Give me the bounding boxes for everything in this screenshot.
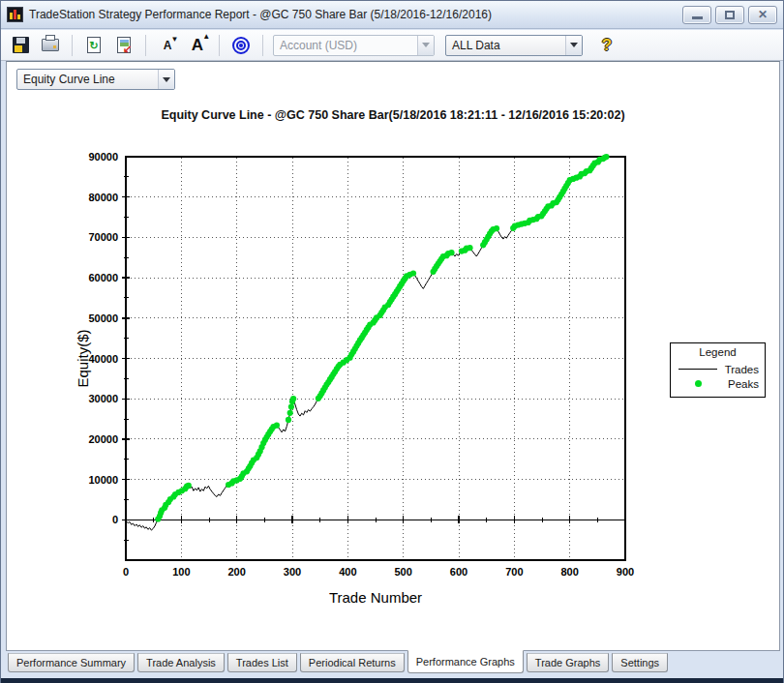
svg-text:600: 600: [450, 566, 467, 578]
format-report-icon: ↙: [117, 37, 131, 53]
svg-text:40000: 40000: [88, 353, 118, 365]
increase-font-icon: A▲: [192, 36, 203, 55]
help-button[interactable]: ?: [595, 34, 618, 57]
tab-performance-graphs[interactable]: Performance Graphs: [407, 650, 524, 673]
trades-line-swatch: [677, 369, 719, 370]
format-report-button[interactable]: ↙: [112, 34, 136, 57]
app-window: TradeStation Strategy Performance Report…: [0, 0, 784, 683]
close-button[interactable]: ✕: [748, 6, 777, 24]
data-range-combo-arrow[interactable]: [565, 36, 582, 55]
account-combo-value: Account (USD): [280, 39, 357, 52]
svg-text:500: 500: [394, 566, 411, 578]
restore-button[interactable]: [715, 6, 744, 24]
account-combo-arrow[interactable]: [417, 36, 434, 55]
svg-text:60000: 60000: [88, 272, 118, 283]
tab-settings[interactable]: Settings: [612, 653, 668, 672]
chart-panel: Equity Curve Line Equity Curve Line - @G…: [6, 61, 780, 651]
legend-entry-peaks: Peaks: [677, 376, 759, 391]
chevron-down-icon: [570, 43, 578, 47]
close-icon: ✕: [758, 9, 768, 20]
restore-icon: [725, 11, 735, 19]
print-icon: [42, 39, 59, 51]
tab-trade-analysis[interactable]: Trade Analysis: [137, 653, 225, 672]
svg-text:20000: 20000: [88, 433, 118, 445]
decrease-font-icon: A▼: [164, 39, 172, 52]
chevron-down-icon: [422, 43, 430, 47]
app-icon: [7, 7, 23, 22]
window-title: TradeStation Strategy Performance Report…: [29, 8, 492, 21]
refresh-icon: ↻: [87, 37, 101, 53]
svg-text:Equity($): Equity($): [75, 329, 91, 387]
report-tabbar: Performance SummaryTrade AnalysisTrades …: [6, 653, 778, 679]
decrease-font-button[interactable]: A▼: [156, 34, 179, 57]
save-icon: [13, 37, 29, 53]
toolbar-separator: [219, 35, 220, 56]
legend-title: Legend: [677, 346, 759, 358]
toolbar: ↻ ↙ A▼ A▲ Account (USD) ALL Data ?: [1, 30, 783, 61]
svg-text:80000: 80000: [88, 192, 118, 203]
svg-text:70000: 70000: [88, 231, 118, 243]
data-range-combo[interactable]: ALL Data: [445, 35, 583, 56]
peaks-dot-swatch: [677, 380, 719, 387]
legend-entry-trades: Trades: [677, 362, 759, 376]
svg-text:0: 0: [123, 566, 129, 578]
svg-text:10000: 10000: [88, 474, 118, 486]
svg-text:400: 400: [339, 566, 356, 578]
toolbar-separator: [145, 35, 146, 56]
svg-text:900: 900: [617, 566, 634, 578]
titlebar: TradeStation Strategy Performance Report…: [1, 1, 783, 29]
data-range-combo-value: ALL Data: [452, 39, 500, 52]
svg-text:50000: 50000: [88, 312, 118, 324]
refresh-button[interactable]: ↻: [82, 34, 106, 57]
svg-text:90000: 90000: [88, 151, 118, 163]
legend: Legend Trades Peaks: [670, 342, 766, 398]
print-button[interactable]: [39, 34, 62, 57]
svg-text:200: 200: [227, 566, 245, 578]
increase-font-button[interactable]: A▲: [186, 34, 209, 57]
legend-entry-label: Trades: [725, 364, 759, 375]
account-combo[interactable]: Account (USD): [273, 35, 435, 56]
tab-periodical-returns[interactable]: Periodical Returns: [300, 653, 405, 672]
bullseye-icon: [232, 37, 250, 54]
minimize-button[interactable]: [682, 6, 711, 24]
toolbar-separator: [72, 35, 73, 56]
svg-text:700: 700: [505, 566, 523, 578]
svg-text:0: 0: [112, 514, 118, 525]
bullseye-button[interactable]: [229, 34, 253, 57]
tab-trade-graphs[interactable]: Trade Graphs: [527, 653, 609, 672]
svg-text:100: 100: [172, 566, 190, 578]
help-icon: ?: [602, 36, 612, 55]
tab-performance-summary[interactable]: Performance Summary: [8, 653, 135, 672]
svg-text:30000: 30000: [88, 393, 118, 404]
window-bottom-border: [1, 678, 783, 683]
toolbar-separator: [262, 35, 263, 56]
svg-text:800: 800: [560, 566, 578, 578]
tab-trades-list[interactable]: Trades List: [227, 653, 297, 672]
save-button[interactable]: [9, 34, 32, 57]
minimize-icon: [692, 16, 703, 19]
svg-text:300: 300: [284, 566, 301, 578]
legend-entry-label: Peaks: [728, 378, 759, 390]
equity-curve-chart: 0100002000030000400005000060000700008000…: [7, 62, 779, 650]
svg-text:Trade Number: Trade Number: [329, 589, 422, 606]
